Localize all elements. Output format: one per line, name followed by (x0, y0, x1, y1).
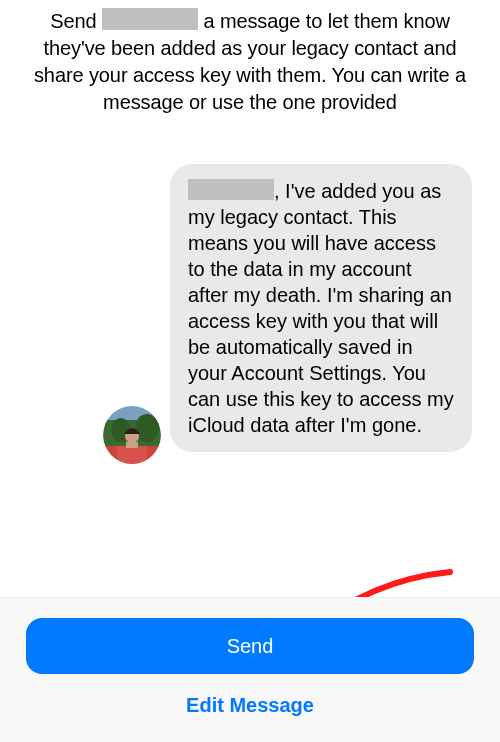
message-body: , I've added you as my legacy contact. T… (188, 180, 454, 436)
edit-message-button[interactable]: Edit Message (26, 680, 474, 730)
redacted-contact-name (102, 8, 198, 30)
message-bubble: , I've added you as my legacy contact. T… (170, 164, 472, 452)
message-preview: , I've added you as my legacy contact. T… (170, 164, 472, 452)
edit-message-label: Edit Message (186, 694, 314, 717)
contact-avatar (103, 406, 161, 464)
instruction-prefix: Send (50, 10, 102, 32)
redacted-recipient-name (188, 179, 274, 200)
instruction-text: Send a message to let them know they've … (28, 8, 472, 116)
svg-rect-8 (126, 442, 138, 448)
avatar-icon (103, 406, 161, 464)
send-button-label: Send (227, 635, 274, 658)
action-bar: Send Edit Message (0, 597, 500, 742)
svg-rect-6 (117, 446, 147, 464)
send-button[interactable]: Send (26, 618, 474, 674)
